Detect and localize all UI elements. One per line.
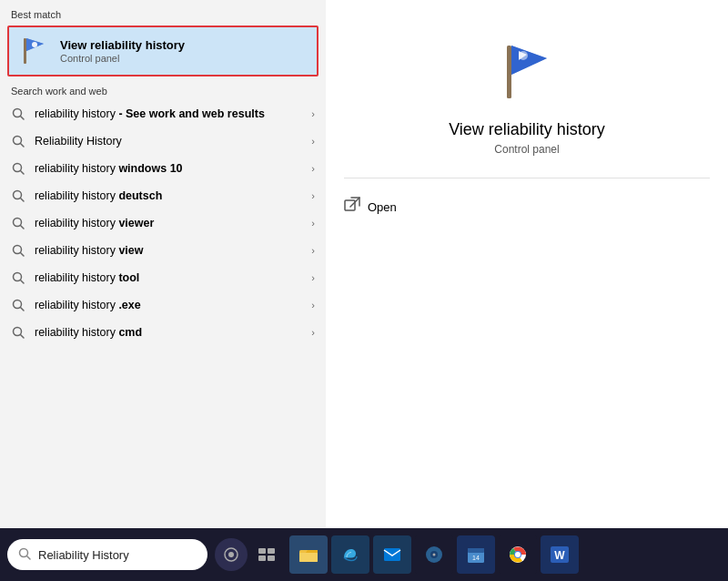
search-item-text: reliability history viewer <box>35 217 302 229</box>
chevron-right-icon: › <box>311 327 315 338</box>
app-title: View reliability history <box>449 120 605 139</box>
best-match-title-bold: reliability history <box>90 38 185 52</box>
svg-rect-43 <box>468 548 484 553</box>
svg-point-3 <box>32 42 37 47</box>
best-match-label: Best match <box>0 0 326 25</box>
chevron-right-icon: › <box>311 245 315 256</box>
open-label: Open <box>368 200 397 214</box>
svg-line-29 <box>27 556 31 559</box>
search-icon <box>11 189 25 203</box>
list-item[interactable]: reliability history .exe › <box>0 291 326 319</box>
search-item-text: reliability history view <box>35 244 302 257</box>
svg-rect-27 <box>345 200 355 210</box>
list-item[interactable]: reliability history view › <box>0 237 326 264</box>
svg-rect-0 <box>24 38 26 64</box>
taskbar-app-calendar[interactable]: 14 <box>457 535 495 574</box>
cortana-button[interactable] <box>215 538 248 571</box>
svg-marker-24 <box>511 46 547 75</box>
svg-line-11 <box>21 199 25 202</box>
app-icon-large <box>490 36 563 109</box>
taskbar-app-word[interactable]: W <box>541 535 579 574</box>
list-item[interactable]: reliability history - See work and web r… <box>0 100 326 127</box>
taskbar-app-groove[interactable] <box>415 535 453 574</box>
svg-rect-38 <box>384 548 400 561</box>
svg-rect-34 <box>258 556 266 561</box>
best-match-app-icon <box>18 35 51 67</box>
svg-rect-35 <box>268 556 275 561</box>
divider <box>344 178 710 178</box>
best-match-subtitle: Control panel <box>60 53 185 64</box>
svg-line-5 <box>21 117 25 120</box>
list-item[interactable]: reliability history windows 10 › <box>0 155 326 182</box>
list-item[interactable]: reliability history viewer › <box>0 209 326 237</box>
section-label: Search work and web <box>0 76 326 100</box>
best-match-title: View reliability history <box>60 38 185 52</box>
search-item-text: Reliability History <box>35 135 302 148</box>
taskbar-app-edge[interactable] <box>331 535 369 574</box>
best-match-item[interactable]: View reliability history Control panel <box>7 25 318 76</box>
search-icon <box>11 270 25 285</box>
chevron-right-icon: › <box>311 190 315 201</box>
search-icon <box>11 298 25 312</box>
svg-rect-37 <box>299 553 318 562</box>
svg-line-13 <box>21 226 25 229</box>
search-icon <box>11 107 25 121</box>
svg-text:14: 14 <box>472 555 480 561</box>
list-item[interactable]: reliability history tool › <box>0 264 326 291</box>
svg-rect-32 <box>258 548 266 554</box>
chevron-right-icon: › <box>311 218 315 229</box>
svg-line-17 <box>21 280 25 284</box>
chevron-right-icon: › <box>311 136 315 147</box>
svg-point-31 <box>228 552 234 557</box>
svg-line-15 <box>21 253 25 257</box>
search-item-text: reliability history cmd <box>35 326 302 339</box>
svg-rect-33 <box>268 548 275 554</box>
chevron-right-icon: › <box>311 108 315 119</box>
open-action-row[interactable]: Open <box>344 193 710 220</box>
taskbar: Reliability History <box>0 528 728 581</box>
svg-line-7 <box>21 144 25 148</box>
svg-line-9 <box>21 171 25 175</box>
search-panel: Best match View reliability history Cont… <box>0 0 326 581</box>
best-match-title-normal: View <box>60 38 90 52</box>
svg-rect-22 <box>507 46 511 98</box>
search-icon <box>11 216 25 230</box>
taskbar-search-box[interactable]: Reliability History <box>7 539 207 570</box>
search-icon <box>11 161 25 176</box>
search-item-text: reliability history .exe <box>35 299 302 311</box>
taskbar-app-chrome[interactable] <box>499 535 537 574</box>
search-icon <box>11 325 25 340</box>
search-item-text: reliability history deutsch <box>35 189 302 202</box>
list-item[interactable]: reliability history cmd › <box>0 319 326 346</box>
svg-point-47 <box>515 552 521 557</box>
search-item-text: reliability history tool <box>35 271 302 284</box>
svg-point-26 <box>519 51 528 60</box>
search-item-text: reliability history windows 10 <box>35 162 302 175</box>
svg-text:W: W <box>554 549 565 562</box>
taskbar-search-icon <box>18 547 31 563</box>
taskbar-apps: 14 W <box>289 535 728 574</box>
list-item[interactable]: Reliability History › <box>0 127 326 155</box>
search-icon <box>11 134 25 148</box>
app-subtitle: Control panel <box>494 143 559 156</box>
svg-line-21 <box>21 335 25 339</box>
taskbar-search-text: Reliability History <box>38 548 129 562</box>
chevron-right-icon: › <box>311 272 315 283</box>
svg-line-19 <box>21 308 25 311</box>
list-item[interactable]: reliability history deutsch › <box>0 182 326 209</box>
chevron-right-icon: › <box>311 163 315 174</box>
search-item-text: reliability history - See work and web r… <box>35 107 302 120</box>
right-panel: View reliability history Control panel O… <box>326 0 728 528</box>
taskbar-app-mail[interactable] <box>373 535 411 574</box>
search-icon <box>11 243 25 258</box>
task-view-button[interactable] <box>251 539 282 570</box>
best-match-text: View reliability history Control panel <box>60 38 185 64</box>
open-icon <box>344 197 360 217</box>
taskbar-app-file-explorer[interactable] <box>289 535 328 574</box>
chevron-right-icon: › <box>311 300 315 311</box>
svg-point-41 <box>433 554 436 556</box>
